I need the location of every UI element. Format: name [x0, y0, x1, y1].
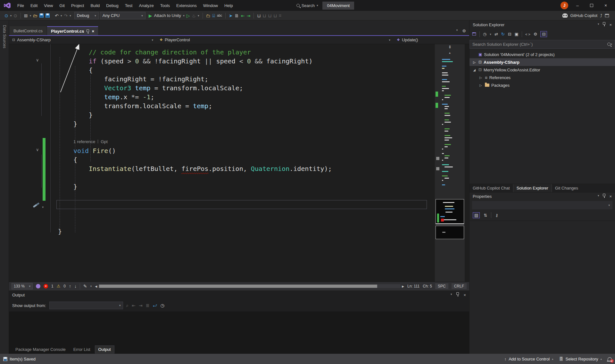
code-line[interactable]: if (speed > 0 && !facingRight || speed <…: [9, 57, 431, 66]
code-line[interactable]: // code for change direction of the play…: [9, 48, 431, 57]
code-line[interactable]: {: [9, 66, 431, 75]
indent-increase-button[interactable]: ⇥: [247, 13, 251, 18]
undo-button[interactable]: ↶: [55, 13, 59, 18]
spaces-indicator[interactable]: SPC: [435, 283, 448, 289]
menu-test[interactable]: Test: [122, 1, 136, 11]
show-all-files-icon[interactable]: ⊟: [540, 31, 547, 37]
tab-package-manager-console[interactable]: Package Manager Console: [12, 346, 69, 353]
navigate-cursor-button[interactable]: ➤: [229, 13, 233, 18]
code-line[interactable]: void Fire(): [9, 146, 431, 155]
pin-icon[interactable]: [603, 22, 605, 25]
minimap-collapse-icon[interactable]: ▲: [448, 51, 451, 54]
code-line[interactable]: [9, 218, 431, 227]
close-button[interactable]: ×: [601, 3, 611, 8]
tab-playercontrol[interactable]: PlayerControl.cs ×: [47, 26, 98, 35]
code-line[interactable]: Vector3 temp = transform.localScale;: [9, 84, 431, 93]
chevron-down-icon[interactable]: ▾: [490, 33, 491, 36]
quick-actions-screwdriver-icon[interactable]: ▾: [33, 202, 41, 208]
save-button[interactable]: [39, 13, 44, 18]
go-to-previous-message-icon[interactable]: ⇤: [132, 303, 136, 308]
data-sources-side-strip[interactable]: Data Sources: [0, 20, 9, 354]
output-content[interactable]: [9, 311, 469, 345]
next-bookmark-button[interactable]: ⊔: [268, 13, 271, 18]
search-icon[interactable]: [607, 43, 611, 46]
breadcrumb-project-dropdown[interactable]: ⊡ Assembly-CSharp ▾: [9, 36, 156, 44]
menu-debug[interactable]: Debug: [103, 1, 121, 11]
menu-tools[interactable]: Tools: [157, 1, 173, 11]
code-line[interactable]: [9, 128, 431, 137]
code-line[interactable]: facingRight = !facingRight;: [9, 75, 431, 84]
notifications-button[interactable]: 2: [608, 357, 612, 361]
breadcrumb-method-dropdown[interactable]: ❖ Update(): [394, 36, 469, 44]
code-line[interactable]: {: [9, 155, 431, 164]
tree-row-assembly-csharp[interactable]: ▷ ⊡ Assembly-CSharp: [470, 58, 615, 66]
tab-git-changes[interactable]: Git Changes: [552, 184, 581, 192]
collapse-arrow-icon[interactable]: ◢: [472, 68, 477, 72]
view-code-icon[interactable]: < >: [525, 32, 530, 36]
alphabetical-view-icon[interactable]: ⇅: [484, 213, 487, 218]
close-tab-icon[interactable]: ×: [92, 29, 94, 34]
code-health-icon[interactable]: [36, 284, 40, 288]
spell-check-button[interactable]: abc: [217, 14, 222, 17]
close-icon[interactable]: ×: [609, 22, 612, 27]
warning-count[interactable]: 0: [63, 284, 66, 288]
indent-decrease-button[interactable]: ⇤: [241, 13, 245, 18]
column-indicator[interactable]: Ch: 5: [423, 284, 432, 288]
menu-project[interactable]: Project: [68, 1, 87, 11]
attach-to-unity-button[interactable]: Attach to Unity: [154, 13, 181, 18]
redo-button[interactable]: ↷: [64, 13, 68, 18]
tab-bulletcontrol[interactable]: BulletControl.cs: [10, 26, 46, 35]
minimap-splitter-icon[interactable]: ⇕: [448, 45, 451, 49]
pin-icon[interactable]: [603, 194, 605, 196]
window-position-dropdown-icon[interactable]: ▾: [598, 194, 599, 199]
solution-platforms-dropdown[interactable]: Any CPU ▾: [100, 12, 145, 19]
line-indicator[interactable]: Ln: 111: [407, 284, 420, 288]
user-avatar[interactable]: J: [561, 2, 568, 9]
github-copilot-label[interactable]: GitHub Copilot: [570, 13, 597, 18]
tab-solution-explorer[interactable]: Solution Explorer: [513, 184, 552, 192]
close-icon[interactable]: ×: [609, 194, 612, 199]
find-message-icon[interactable]: ⌕: [126, 303, 129, 308]
quick-search-control[interactable]: Search ▾: [294, 2, 321, 9]
codelens-references[interactable]: 1 reference: [73, 139, 95, 144]
breadcrumb-class-dropdown[interactable]: ❖ PlayerControl ▾: [156, 36, 394, 44]
previous-issue-button[interactable]: ↑: [69, 284, 71, 288]
previous-bookmark-button[interactable]: ⊔: [262, 13, 266, 18]
share-icon[interactable]: ⤴: [600, 13, 602, 18]
scrollbar-thumb[interactable]: [99, 285, 377, 288]
menu-edit[interactable]: Edit: [27, 1, 41, 11]
menu-analyze[interactable]: Analyze: [136, 1, 157, 11]
scroll-right-icon[interactable]: ▸: [402, 284, 404, 288]
go-to-next-message-icon[interactable]: ⇥: [139, 303, 143, 308]
code-line[interactable]: [9, 209, 431, 218]
select-repository-button[interactable]: 🗄 Select Repository ▴: [559, 357, 602, 361]
window-position-dropdown-icon[interactable]: ▾: [451, 293, 452, 297]
pending-changes-filter-icon[interactable]: ◷: [483, 32, 486, 36]
find-in-files-button[interactable]: 🗀: [206, 13, 211, 18]
chevron-down-icon[interactable]: ▾: [198, 14, 199, 17]
clear-bookmarks-button[interactable]: ⊔: [273, 13, 277, 18]
chevron-down-icon[interactable]: ▾: [30, 14, 31, 17]
pin-icon[interactable]: [456, 292, 459, 295]
editor-settings-gear-icon[interactable]: ⚙: [462, 28, 466, 33]
start-without-debugging-button[interactable]: ▷: [187, 13, 190, 18]
chevron-down-icon[interactable]: ▾: [10, 14, 12, 17]
chevron-down-icon[interactable]: ▾: [61, 14, 62, 17]
menu-view[interactable]: View: [41, 1, 56, 11]
menu-git[interactable]: Git: [56, 1, 68, 11]
tree-row-references[interactable]: ▷ ⧈ References: [470, 74, 615, 81]
solution-explorer-search[interactable]: Search Solution Explorer (Ctrl+`) ▾: [470, 40, 615, 49]
code-line[interactable]: 1 referenceGpt: [9, 137, 431, 146]
scroll-left-icon[interactable]: ◂: [95, 284, 97, 288]
preview-selected-items-icon[interactable]: ▣: [515, 32, 519, 36]
save-all-button[interactable]: [46, 13, 50, 18]
properties-object-dropdown[interactable]: ▾: [472, 201, 612, 209]
tab-error-list[interactable]: Error List: [70, 346, 94, 353]
next-issue-button[interactable]: ↓: [74, 284, 77, 288]
code-editor[interactable]: ∨ ∨ // code for change direction of the …: [9, 44, 469, 282]
tree-row-packages[interactable]: ▷ Packages: [470, 81, 615, 89]
add-to-source-control-button[interactable]: ↑ Add to Source Control ▴: [504, 357, 553, 361]
close-icon[interactable]: ×: [463, 293, 466, 297]
open-file-button[interactable]: 🗁: [33, 13, 37, 18]
code-line[interactable]: }: [9, 119, 431, 128]
